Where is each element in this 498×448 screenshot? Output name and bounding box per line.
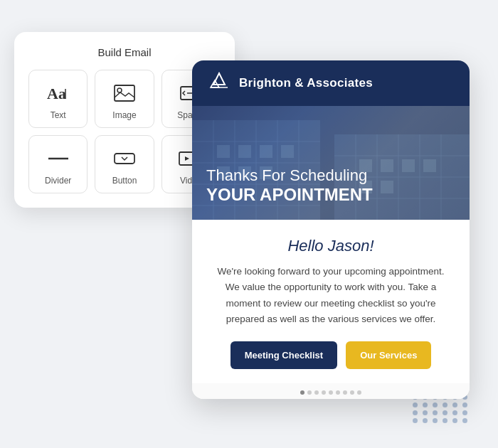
svg-rect-35	[260, 145, 272, 158]
dot-6	[336, 390, 340, 395]
dot-1	[300, 390, 304, 395]
svg-marker-10	[213, 73, 225, 85]
email-header: Brighton & Associates	[192, 60, 470, 106]
brand-logo-icon	[206, 70, 232, 96]
svg-marker-9	[185, 156, 189, 161]
divider-label: Divider	[45, 176, 71, 186]
svg-rect-2	[115, 85, 134, 101]
divider-icon	[44, 147, 73, 170]
svg-point-3	[117, 88, 122, 92]
hero-subtitle: Thanks For Scheduling	[206, 166, 455, 185]
dot-9	[357, 390, 361, 395]
text-icon: Aa	[44, 82, 73, 105]
dot-5	[329, 390, 333, 395]
grid-item-image[interactable]: Image	[95, 70, 154, 128]
our-services-button[interactable]: Our Services	[346, 341, 431, 369]
grid-item-divider[interactable]: Divider	[28, 135, 88, 193]
dot-2	[307, 390, 312, 395]
svg-rect-7	[115, 154, 134, 164]
scene: Build Email Aa Text	[14, 18, 484, 430]
meeting-checklist-button[interactable]: Meeting Checklist	[231, 341, 338, 369]
dots-indicator	[192, 383, 470, 399]
cta-buttons: Meeting Checklist Our Services	[212, 341, 450, 369]
image-icon	[110, 82, 139, 105]
grid-item-button[interactable]: Button	[95, 135, 154, 193]
email-body: Hello Jason! We're looking forward to yo…	[192, 220, 470, 383]
dot-3	[314, 390, 319, 395]
grid-item-text[interactable]: Aa Text	[28, 70, 88, 128]
image-label: Image	[112, 110, 136, 120]
svg-rect-33	[217, 145, 230, 158]
email-hero: Thanks For Scheduling YOUR APOINTMENT	[192, 106, 470, 220]
hero-title: YOUR APOINTMENT	[206, 185, 455, 206]
greeting: Hello Jason!	[212, 237, 450, 255]
brand-name: Brighton & Associates	[239, 76, 373, 90]
dot-7	[343, 390, 347, 395]
button-label: Button	[112, 176, 137, 186]
email-preview: Brighton & Associates	[192, 60, 470, 399]
body-text: We're looking forward to your upcoming a…	[212, 264, 450, 327]
hero-text: Thanks For Scheduling YOUR APOINTMENT	[206, 166, 455, 206]
button-icon	[110, 147, 139, 170]
svg-text:Aa: Aa	[47, 85, 66, 102]
svg-rect-34	[238, 145, 251, 158]
dot-4	[322, 390, 326, 395]
dot-8	[350, 390, 354, 395]
text-label: Text	[51, 110, 66, 120]
svg-rect-36	[281, 145, 294, 158]
panel-title: Build Email	[28, 46, 221, 58]
